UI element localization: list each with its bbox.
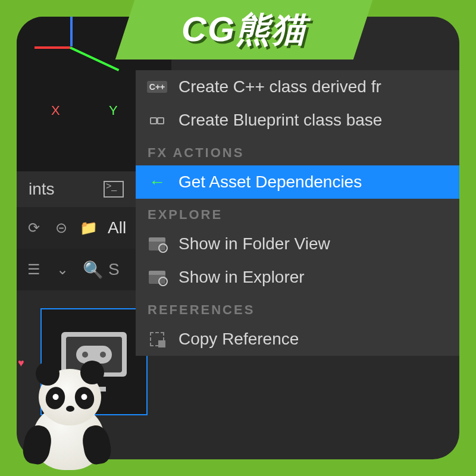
folder-search-icon: [148, 234, 167, 253]
filter-bar: ☰ ⌄ 🔍 S: [17, 249, 136, 290]
menu-create-blueprint-label: Create Blueprint class base: [178, 111, 382, 130]
axis-y-label: Y: [109, 103, 118, 118]
blueprint-icon: [148, 111, 167, 130]
menu-section-fx: FX ACTIONS: [136, 137, 459, 165]
panda-nose: [66, 406, 74, 412]
all-filter-label[interactable]: All: [108, 218, 126, 237]
menu-copy-reference-label: Copy Reference: [178, 330, 299, 349]
menu-show-explorer[interactable]: Show in Explorer: [136, 261, 459, 294]
panda-ear-right: [80, 361, 104, 384]
menu-get-dependencies-label: Get Asset Dependencies: [178, 173, 362, 192]
menu-create-cpp[interactable]: C++ Create C++ class derived fr: [136, 70, 459, 104]
filter-icon[interactable]: ☰: [26, 261, 42, 278]
menu-show-explorer-label: Show in Explorer: [178, 268, 305, 287]
refresh-icon[interactable]: ⟳: [26, 220, 42, 236]
console-icon[interactable]: [104, 181, 124, 198]
watermark-text: CG熊猫: [181, 7, 307, 53]
menu-get-dependencies[interactable]: ← Get Asset Dependencies: [136, 165, 459, 199]
panda-mascot: ♥: [6, 351, 125, 470]
menu-section-explore: EXPLORE: [136, 199, 459, 227]
forward-icon[interactable]: ⊝: [53, 220, 70, 236]
axis-x-line: [35, 46, 70, 49]
search-icon: 🔍: [83, 260, 104, 280]
heart-icon: ♥: [18, 357, 24, 369]
panda-ear-left: [36, 362, 60, 386]
watermark-banner: CG熊猫: [115, 0, 372, 60]
axis-y-line: [70, 46, 119, 71]
panda-eye-left: [43, 385, 68, 412]
folder-explorer-icon: [148, 268, 167, 287]
axis-z-line: [70, 17, 73, 46]
tab-bar: ints: [17, 171, 136, 207]
arrow-left-icon: ←: [148, 173, 167, 192]
menu-create-blueprint[interactable]: Create Blueprint class base: [136, 104, 459, 137]
copy-reference-icon: [148, 330, 167, 349]
context-menu: C++ Create C++ class derived fr Create B…: [136, 70, 459, 356]
tab-label[interactable]: ints: [29, 180, 55, 199]
panda-head: [39, 369, 101, 425]
search-text: S: [108, 260, 120, 279]
folder-icon[interactable]: 📁: [80, 220, 97, 236]
content-toolbar: ⟳ ⊝ 📁 All: [17, 207, 136, 249]
panda-eye-right: [73, 385, 97, 412]
menu-create-cpp-label: Create C++ class derived fr: [178, 77, 381, 96]
menu-copy-reference[interactable]: Copy Reference: [136, 322, 459, 356]
menu-show-folder-view-label: Show in Folder View: [178, 234, 330, 253]
chevron-down-icon[interactable]: ⌄: [54, 261, 71, 278]
menu-show-folder-view[interactable]: Show in Folder View: [136, 227, 459, 261]
cpp-icon: C++: [148, 77, 167, 96]
search-input[interactable]: 🔍 S: [83, 260, 120, 280]
menu-section-references: REFERENCES: [136, 294, 459, 322]
axis-x-label: X: [51, 103, 60, 118]
